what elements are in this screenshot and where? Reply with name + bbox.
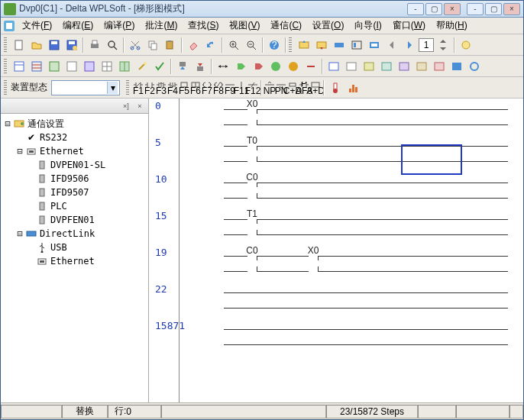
zoom-out-button[interactable] (243, 37, 260, 53)
proj-tree-button[interactable] (11, 58, 27, 75)
rung[interactable]: C0X0 (180, 245, 508, 282)
app-button[interactable]: F6 (190, 79, 201, 96)
chart-button[interactable] (344, 79, 361, 96)
go-next-button[interactable] (401, 37, 418, 53)
rung[interactable] (180, 318, 508, 355)
grid-button[interactable] (99, 58, 115, 75)
contact-p-button[interactable]: F3 (156, 79, 167, 96)
menu-file[interactable]: 文件(F) (18, 18, 57, 34)
tree-ethernet2[interactable]: Ethernet (2, 254, 147, 268)
menu-comm[interactable]: 通信(C) (266, 18, 306, 34)
rung[interactable]: C0 (180, 172, 508, 208)
tree-dvpfen01[interactable]: DVPFEN01 (2, 213, 147, 227)
green-grid-button[interactable] (116, 58, 133, 75)
tool-e-button[interactable] (396, 58, 412, 75)
go-prev-button[interactable] (383, 37, 400, 53)
tree-ethernet[interactable]: ⊟ Ethernet (2, 144, 147, 158)
step-button[interactable]: F5 (179, 79, 189, 96)
eraser-button[interactable] (185, 37, 202, 53)
tree-root[interactable]: ⊟ 通信设置 (2, 117, 147, 131)
hscroll-button[interactable] (215, 58, 231, 75)
copy-button[interactable] (144, 37, 161, 53)
menu-view[interactable]: 视图(V) (225, 18, 264, 34)
close-button[interactable]: × (503, 3, 520, 15)
tree-dvpen01[interactable]: DVPEN01-SL (2, 158, 147, 172)
contact-no-button[interactable]: F2 (144, 79, 155, 96)
child-min-button[interactable]: - (407, 3, 424, 15)
sfc-button[interactable] (63, 58, 80, 75)
coil-button[interactable]: F7 (202, 79, 212, 96)
comm-tree[interactable]: ⊟ 通信设置 ✔ RS232 ⊟ Ethernet DVPEN01-SL IFD… (1, 114, 148, 402)
tree-ifd9507[interactable]: IFD9507 (2, 186, 147, 199)
menu-option[interactable]: 设置(O) (308, 18, 348, 34)
print-button[interactable] (86, 37, 103, 53)
tree-close-icon[interactable]: × (134, 101, 145, 111)
tree-ifd9506[interactable]: IFD9506 (2, 172, 147, 186)
wand-button[interactable] (134, 58, 150, 75)
stop-button[interactable] (285, 58, 302, 75)
cut-button[interactable] (127, 37, 144, 53)
save-button[interactable] (46, 37, 63, 53)
tool-i-button[interactable] (466, 58, 483, 75)
download-button[interactable] (174, 58, 191, 75)
menu-window[interactable]: 窗口(W) (388, 18, 430, 34)
thermo-button[interactable] (327, 79, 344, 96)
child-max-button[interactable]: ▢ (425, 3, 442, 15)
max-button[interactable]: ▢ (485, 3, 502, 15)
menu-edit[interactable]: 编程(E) (58, 18, 98, 34)
tree-pin-icon[interactable]: ×] (121, 101, 131, 111)
pause-button[interactable] (302, 58, 319, 75)
tool-c-button[interactable] (361, 58, 377, 75)
tool-f-button[interactable] (413, 58, 430, 75)
upload-button[interactable] (192, 58, 209, 75)
np-button[interactable]: NP (264, 79, 275, 96)
child-close-button[interactable]: × (444, 3, 461, 15)
connect-button[interactable] (458, 37, 474, 53)
step-input[interactable]: 1 (419, 38, 434, 52)
preview-button[interactable] (104, 37, 121, 53)
menu-find[interactable]: 查找(S) (183, 18, 223, 34)
tree-plc[interactable]: PLC (2, 199, 147, 213)
ladder-button[interactable] (28, 58, 45, 75)
acc-button[interactable] (331, 37, 348, 53)
ad-button[interactable]: A+D (310, 79, 321, 96)
contact-n-button[interactable]: F4 (167, 79, 178, 96)
tool-d-button[interactable] (378, 58, 395, 75)
folder-down-button[interactable] (296, 37, 312, 53)
tool-h-button[interactable] (448, 58, 465, 75)
watch-button[interactable] (348, 37, 365, 53)
sfc2-button[interactable] (81, 58, 98, 75)
tree-rs232[interactable]: ✔ RS232 (2, 131, 147, 144)
saveas-button[interactable] (63, 37, 80, 53)
min-button[interactable]: - (467, 3, 484, 15)
menu-batch[interactable]: 批注(M) (141, 18, 182, 34)
run-button[interactable] (267, 58, 284, 75)
new-button[interactable] (11, 37, 27, 53)
tool-a-button[interactable] (325, 58, 342, 75)
rung[interactable]: X0 (180, 99, 508, 135)
folder-up-button[interactable] (313, 37, 330, 53)
undo-button[interactable] (202, 37, 219, 53)
green-arrow-button[interactable] (232, 58, 249, 75)
ladder-editor[interactable]: 0 5 10 15 19 22 15871 X0T0C0T1C0X0 (149, 99, 523, 402)
zoom-in-button[interactable] (225, 37, 242, 53)
tree-usb[interactable]: USB (2, 241, 147, 254)
help-button[interactable]: ? (266, 37, 283, 53)
menu-help[interactable]: 帮助(H) (432, 18, 472, 34)
contact-nc-button[interactable]: F1 (133, 79, 144, 96)
tool-b-button[interactable] (343, 58, 360, 75)
type-select[interactable]: ▾ (51, 80, 120, 95)
step-up-button[interactable] (435, 37, 451, 53)
check-button[interactable] (151, 58, 168, 75)
il-button[interactable] (46, 58, 63, 75)
menu-compile[interactable]: 编译(P) (99, 18, 139, 34)
tool-g-button[interactable] (431, 58, 448, 75)
compare-button[interactable] (366, 37, 383, 53)
tree-directlink[interactable]: ⊟ DirectLink (2, 227, 147, 241)
rung[interactable] (180, 282, 508, 318)
coil-n-button[interactable]: F8 (213, 79, 224, 96)
menu-wizard[interactable]: 向导(I) (350, 18, 386, 34)
paste-button[interactable] (162, 37, 179, 53)
red-arrow-button[interactable] (250, 58, 267, 75)
rung[interactable]: T1 (180, 208, 508, 245)
